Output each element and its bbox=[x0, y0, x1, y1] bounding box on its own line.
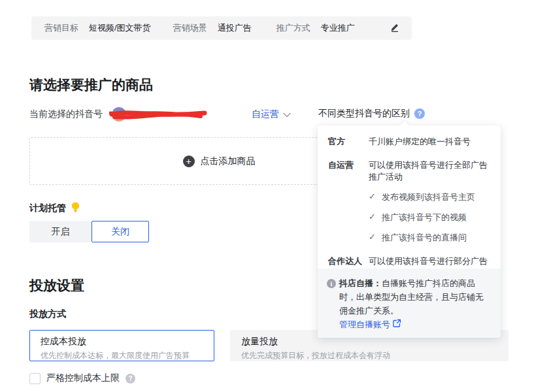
page-title: 请选择要推广的商品 bbox=[29, 76, 153, 94]
check-icon: ✓ bbox=[369, 232, 376, 244]
strict-cost-cap-label: 严格控制成本上限 bbox=[46, 372, 120, 384]
account-types-help: 不同类型抖音号的区别 ? bbox=[318, 108, 425, 120]
plus-icon: + bbox=[183, 155, 195, 167]
pencil-icon bbox=[390, 22, 400, 35]
manage-self-broadcast-link[interactable]: 管理自播账号 bbox=[339, 318, 401, 331]
note-title: 抖店自播： bbox=[339, 278, 382, 288]
external-link-icon bbox=[393, 318, 401, 331]
self-broadcast-note: i 抖店自播：自播账号推广抖店的商品时，出单类型为自主经营，且与店铺无佣金推广关… bbox=[318, 269, 501, 338]
plan-hosting-toggle: 开启 关闭 bbox=[29, 221, 149, 242]
account-types-help-label: 不同类型抖音号的区别 bbox=[318, 108, 410, 120]
account-label: 当前选择的抖音号 bbox=[29, 108, 103, 120]
delivery-settings-title: 投放设置 bbox=[29, 276, 84, 295]
hosting-on-button[interactable]: 开启 bbox=[29, 221, 92, 242]
capability-item: ✓ 发布视频到该抖音号主页 bbox=[369, 191, 490, 203]
option-cost-control[interactable]: 控成本投放 优先控制成本达标，最大限度使用广告预算 bbox=[29, 330, 214, 361]
account-type-value: 自运营 bbox=[252, 108, 279, 120]
plan-hosting-title: 计划托管 bbox=[29, 201, 80, 215]
strict-cost-cap-row: 严格控制成本上限 ? bbox=[29, 372, 135, 384]
capability-item: ✓ 推广该抖音号下的视频 bbox=[369, 212, 490, 223]
check-icon: ✓ bbox=[369, 212, 376, 223]
capability-item: ✓ 推广该抖音号的直播间 bbox=[369, 232, 490, 244]
account-type-row-self: 自运营 可以使用该抖音号进行全部广告推广活动 bbox=[328, 159, 490, 183]
check-icon: ✓ bbox=[369, 191, 376, 203]
delivery-method-label: 投放方式 bbox=[29, 308, 66, 320]
info-icon: i bbox=[327, 279, 336, 288]
redaction-scribble bbox=[109, 108, 207, 123]
account-type-row-official: 官方 千川账户绑定的唯一抖音号 bbox=[328, 136, 490, 148]
strict-cost-cap-checkbox[interactable] bbox=[29, 373, 41, 384]
question-icon[interactable]: ? bbox=[125, 374, 135, 384]
add-product-label: 点击添加商品 bbox=[201, 155, 256, 167]
term-official: 官方 bbox=[328, 136, 369, 148]
lightbulb-icon bbox=[71, 201, 80, 215]
term-self-operated: 自运营 bbox=[328, 159, 369, 183]
edit-campaign-button[interactable] bbox=[390, 22, 400, 35]
account-types-popover: 官方 千川账户绑定的唯一抖音号 自运营 可以使用该抖音号进行全部广告推广活动 ✓… bbox=[318, 125, 501, 338]
hosting-off-button[interactable]: 关闭 bbox=[92, 221, 149, 242]
question-icon[interactable]: ? bbox=[414, 108, 425, 119]
chevron-down-icon bbox=[283, 109, 291, 120]
account-selector-row: 当前选择的抖音号 自运营 bbox=[29, 106, 291, 123]
marketing-scene-label: 营销场景 bbox=[173, 22, 207, 34]
account-type-dropdown[interactable]: 自运营 bbox=[252, 108, 291, 120]
promotion-method-label: 推广方式 bbox=[276, 22, 310, 34]
promotion-method-value: 专业推广 bbox=[321, 22, 355, 34]
marketing-goal-label: 营销目标 bbox=[44, 22, 78, 34]
campaign-summary-bar: 营销目标 短视频/图文带货 营销场景 通投广告 推广方式 专业推广 bbox=[31, 16, 412, 40]
marketing-goal-value: 短视频/图文带货 bbox=[89, 22, 151, 34]
marketing-scene-value: 通投广告 bbox=[218, 22, 252, 34]
